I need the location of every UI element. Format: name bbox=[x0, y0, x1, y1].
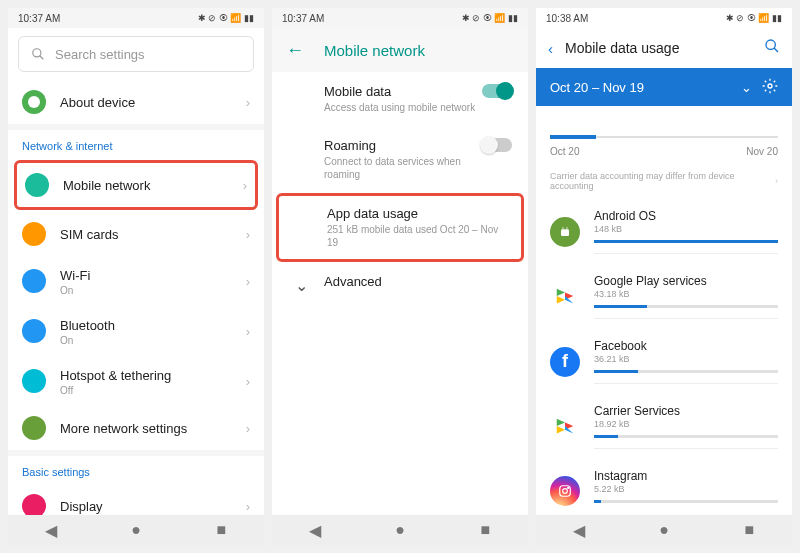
nav-home[interactable]: ● bbox=[128, 522, 144, 538]
nav-back[interactable]: ◀ bbox=[571, 522, 587, 538]
svg-point-8 bbox=[566, 227, 567, 228]
mobile-data-row[interactable]: Mobile data Access data using mobile net… bbox=[272, 72, 528, 126]
status-bar: 10:37 AM ✱ ⊘ ⦿ 📶 ▮▮ bbox=[8, 8, 264, 28]
chevron-right-icon: › bbox=[246, 227, 250, 242]
back-button[interactable]: ‹ bbox=[548, 40, 553, 57]
row-label: Hotspot & tethering bbox=[60, 368, 171, 383]
svg-rect-6 bbox=[561, 229, 569, 236]
empty-lead bbox=[288, 138, 314, 140]
section-network-title: Network & internet bbox=[8, 130, 264, 158]
usage-timeline: Oct 20 Nov 20 bbox=[536, 106, 792, 163]
carrier-note[interactable]: Carrier data accounting may differ from … bbox=[536, 163, 792, 199]
mobile-data-toggle[interactable] bbox=[482, 84, 512, 98]
nav-recent[interactable]: ■ bbox=[213, 522, 229, 538]
app-name: Google Play services bbox=[594, 274, 778, 288]
status-icons: ✱ ⊘ ⦿ 📶 ▮▮ bbox=[198, 13, 254, 23]
row-title: Advanced bbox=[324, 274, 512, 289]
mobile-network-icon bbox=[25, 173, 49, 197]
header: ← Mobile network bbox=[272, 28, 528, 72]
app-name: Carrier Services bbox=[594, 404, 778, 418]
data-usage-screen: 10:38 AM ✱ ⊘ ⦿ 📶 ▮▮ ‹ Mobile data usage … bbox=[536, 8, 792, 545]
settings-screen: 10:37 AM ✱ ⊘ ⦿ 📶 ▮▮ Search settings Abou… bbox=[8, 8, 264, 545]
chevron-right-icon: › bbox=[246, 421, 250, 436]
empty-lead bbox=[291, 206, 317, 208]
bluetooth-icon bbox=[22, 319, 46, 343]
nav-recent[interactable]: ■ bbox=[741, 522, 757, 538]
nav-back[interactable]: ◀ bbox=[43, 522, 59, 538]
bluetooth-row[interactable]: BluetoothOn › bbox=[8, 306, 264, 356]
status-icons: ✱ ⊘ ⦿ 📶 ▮▮ bbox=[462, 13, 518, 23]
sim-cards-row[interactable]: SIM cards › bbox=[8, 212, 264, 256]
chevron-right-icon: › bbox=[246, 324, 250, 339]
svg-point-7 bbox=[562, 227, 563, 228]
nav-recent[interactable]: ■ bbox=[477, 522, 493, 538]
chevron-down-icon: ⌄ bbox=[288, 274, 314, 295]
more-network-row[interactable]: More network settings › bbox=[8, 406, 264, 450]
page-title: Mobile network bbox=[324, 42, 425, 59]
gear-icon[interactable] bbox=[762, 78, 778, 97]
chevron-right-icon: › bbox=[246, 274, 250, 289]
date-range-selector[interactable]: Oct 20 – Nov 19 ⌄ bbox=[536, 68, 792, 106]
app-data-usage-row[interactable]: App data usage 251 kB mobile data used O… bbox=[279, 198, 521, 257]
row-title: Roaming bbox=[324, 138, 482, 153]
search-button[interactable] bbox=[764, 38, 780, 58]
status-bar: 10:37 AM ✱ ⊘ ⦿ 📶 ▮▮ bbox=[272, 8, 528, 28]
app-size: 36.21 kB bbox=[594, 354, 778, 364]
app-size: 5.22 kB bbox=[594, 484, 778, 494]
app-usage-row[interactable]: f Facebook 36.21 kB bbox=[536, 329, 792, 394]
chevron-right-icon: › bbox=[243, 178, 247, 193]
facebook-icon: f bbox=[550, 347, 580, 377]
row-label: More network settings bbox=[60, 421, 187, 436]
nav-bar: ◀ ● ■ bbox=[272, 515, 528, 545]
wifi-icon bbox=[22, 269, 46, 293]
app-name: Facebook bbox=[594, 339, 778, 353]
status-time: 10:37 AM bbox=[18, 13, 60, 24]
roaming-toggle[interactable] bbox=[482, 138, 512, 152]
chevron-right-icon: › bbox=[246, 499, 250, 514]
roaming-row[interactable]: Roaming Connect to data services when ro… bbox=[272, 126, 528, 193]
display-row[interactable]: Display › bbox=[8, 484, 264, 515]
svg-point-2 bbox=[28, 96, 40, 108]
highlight-app-data-usage: App data usage 251 kB mobile data used O… bbox=[276, 193, 524, 262]
nav-back[interactable]: ◀ bbox=[307, 522, 323, 538]
search-placeholder: Search settings bbox=[55, 47, 145, 62]
about-device-row[interactable]: About device › bbox=[8, 80, 264, 124]
hotspot-icon bbox=[22, 369, 46, 393]
sparkline bbox=[550, 136, 778, 138]
search-icon bbox=[764, 38, 780, 54]
row-sub: On bbox=[60, 285, 246, 296]
section-basic-title: Basic settings bbox=[8, 456, 264, 484]
app-name: Android OS bbox=[594, 209, 778, 223]
wifi-row[interactable]: Wi-FiOn › bbox=[8, 256, 264, 306]
row-label: Wi-Fi bbox=[60, 268, 90, 283]
page-title: Mobile data usage bbox=[565, 40, 764, 56]
mobile-network-row[interactable]: Mobile network › bbox=[17, 163, 255, 207]
app-usage-row[interactable]: Google Play services 43.18 kB bbox=[536, 264, 792, 329]
nav-home[interactable]: ● bbox=[392, 522, 408, 538]
header: ‹ Mobile data usage bbox=[536, 28, 792, 68]
about-device-label: About device bbox=[60, 95, 135, 110]
chevron-right-icon: › bbox=[246, 95, 250, 110]
app-name: Instagram bbox=[594, 469, 778, 483]
mobile-network-screen: 10:37 AM ✱ ⊘ ⦿ 📶 ▮▮ ← Mobile network Mob… bbox=[272, 8, 528, 545]
highlight-mobile-network: Mobile network › bbox=[14, 160, 258, 210]
carrier-services-icon bbox=[550, 412, 580, 442]
advanced-row[interactable]: ⌄ Advanced bbox=[272, 262, 528, 307]
search-input[interactable]: Search settings bbox=[18, 36, 254, 72]
row-title: Mobile data bbox=[324, 84, 482, 99]
row-sub: On bbox=[60, 335, 246, 346]
svg-point-3 bbox=[766, 40, 775, 49]
status-icons: ✱ ⊘ ⦿ 📶 ▮▮ bbox=[726, 13, 782, 23]
svg-point-5 bbox=[768, 84, 772, 88]
app-usage-row[interactable]: Android OS 148 kB bbox=[536, 199, 792, 264]
svg-line-4 bbox=[774, 48, 778, 52]
app-usage-row[interactable]: Carrier Services 18.92 kB bbox=[536, 394, 792, 459]
nav-home[interactable]: ● bbox=[656, 522, 672, 538]
row-sub: Connect to data services when roaming bbox=[324, 155, 482, 181]
play-services-icon bbox=[550, 282, 580, 312]
display-icon bbox=[22, 494, 46, 515]
app-usage-row[interactable]: Instagram 5.22 kB bbox=[536, 459, 792, 515]
app-size: 18.92 kB bbox=[594, 419, 778, 429]
hotspot-row[interactable]: Hotspot & tetheringOff › bbox=[8, 356, 264, 406]
back-button[interactable]: ← bbox=[286, 40, 304, 61]
